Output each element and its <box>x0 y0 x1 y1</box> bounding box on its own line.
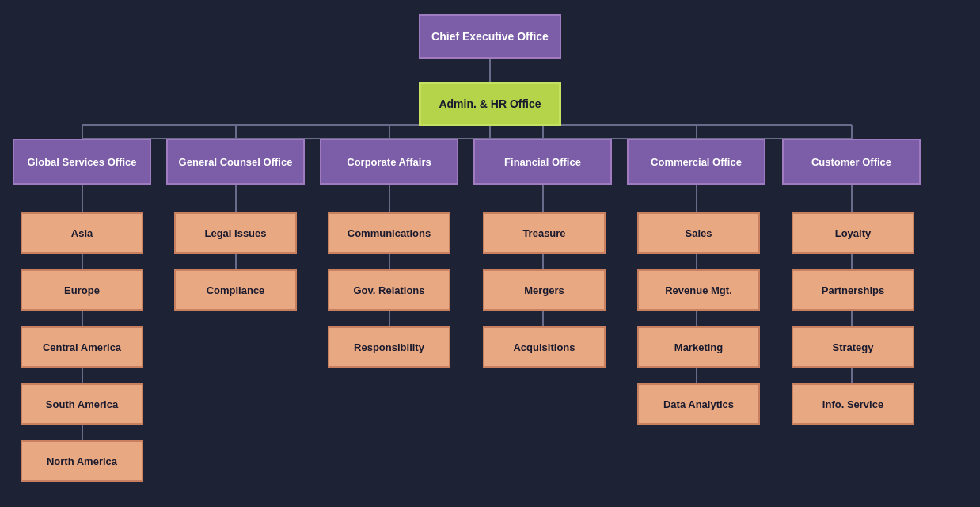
subdept-acquisitions: Acquisitions <box>483 326 606 368</box>
subdept-marketing: Marketing <box>637 326 760 368</box>
subdept-responsibility: Responsibility <box>328 326 450 368</box>
subdept-north-america: North America <box>21 440 143 482</box>
ceo-label: Chief Executive Office <box>431 30 549 43</box>
subdept-gov-relations: Gov. Relations <box>328 269 450 311</box>
division-label: Corporate Affairs <box>347 156 431 168</box>
admin-box: Admin. & HR Office <box>419 82 561 126</box>
subdept-asia: Asia <box>21 212 143 254</box>
subdept-legal-issues: Legal Issues <box>174 212 297 254</box>
division-label: Commercial Office <box>651 156 742 168</box>
subdept-mergers: Mergers <box>483 269 606 311</box>
division-label: General Counsel Office <box>179 156 293 168</box>
subdept-central-america: Central America <box>21 326 143 368</box>
division-commercial: Commercial Office <box>627 139 765 185</box>
subdept-data-analytics: Data Analytics <box>637 383 760 425</box>
division-label: Customer Office <box>811 156 891 168</box>
subdept-europe: Europe <box>21 269 143 311</box>
connector-lines <box>0 0 980 507</box>
subdept-compliance: Compliance <box>174 269 297 311</box>
subdept-strategy: Strategy <box>792 326 914 368</box>
division-financial: Financial Office <box>473 139 612 185</box>
division-corporate-affairs: Corporate Affairs <box>320 139 458 185</box>
subdept-south-america: South America <box>21 383 143 425</box>
division-global-services: Global Services Office <box>13 139 151 185</box>
subdept-revenue-mgt: Revenue Mgt. <box>637 269 760 311</box>
division-label: Financial Office <box>504 156 581 168</box>
division-general-counsel: General Counsel Office <box>166 139 305 185</box>
subdept-info-service: Info. Service <box>792 383 914 425</box>
subdept-sales: Sales <box>637 212 760 254</box>
division-label: Global Services Office <box>27 156 136 168</box>
subdept-treasure: Treasure <box>483 212 606 254</box>
admin-label: Admin. & HR Office <box>439 97 541 110</box>
subdept-communications: Communications <box>328 212 450 254</box>
subdept-loyalty: Loyalty <box>792 212 914 254</box>
org-chart: Chief Executive Office Admin. & HR Offic… <box>0 0 980 507</box>
subdept-partnerships: Partnerships <box>792 269 914 311</box>
ceo-box: Chief Executive Office <box>419 14 561 59</box>
division-customer: Customer Office <box>782 139 921 185</box>
